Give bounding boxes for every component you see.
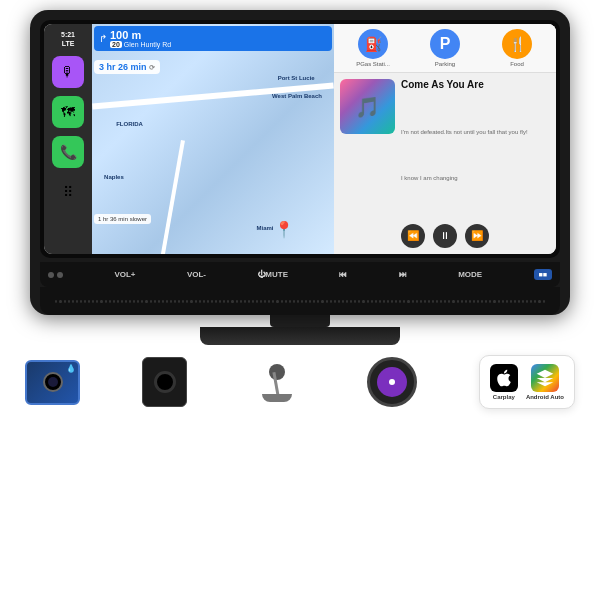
slower-text: 1 hr 36 min slower bbox=[98, 216, 147, 222]
nav-direction-arrow: ↱ bbox=[99, 33, 107, 44]
map-label-wpb: West Palm Beach bbox=[272, 93, 322, 99]
dash-cam-item bbox=[142, 357, 187, 407]
speaker-grille bbox=[40, 287, 560, 315]
android-auto-icon bbox=[531, 364, 559, 392]
music-lyrics-2: I know I am changing bbox=[401, 174, 550, 182]
power-dots bbox=[48, 272, 63, 278]
mount-suction bbox=[262, 394, 292, 402]
food-label: Food bbox=[510, 61, 524, 67]
map-label-naples: Naples bbox=[104, 174, 124, 180]
dot-1 bbox=[48, 272, 54, 278]
android-auto-logo: Android Auto bbox=[526, 364, 564, 400]
compatibility-box: Carplay Android Auto bbox=[479, 355, 575, 409]
vol-plus-button[interactable]: VOL+ bbox=[114, 270, 135, 279]
mount-head bbox=[269, 364, 285, 380]
next-track-button[interactable]: ⏭ bbox=[399, 270, 407, 279]
product-image: 5:21 LTE 🎙 🗺 📞 ⠿ ↱ bbox=[0, 0, 600, 600]
music-lyrics-1: I'm not defeated.Its not until you fall … bbox=[401, 128, 550, 136]
mount bbox=[249, 362, 304, 402]
control-bar: VOL+ VOL- ⏻MUTE ⏮ ⏭ MODE ■■ bbox=[40, 262, 560, 287]
music-info: Come As You Are I'm not defeated.Its not… bbox=[401, 79, 550, 248]
apple-carplay-icon bbox=[490, 364, 518, 392]
mode-button[interactable]: MODE bbox=[458, 270, 482, 279]
remote-button bbox=[389, 379, 395, 385]
map-label-miami: Miami bbox=[256, 225, 273, 231]
poi-bar: ⛽ PGas Stati... P Parking 🍴 Food bbox=[334, 24, 556, 73]
stand-area bbox=[200, 315, 400, 345]
phone-icon[interactable]: 📞 bbox=[52, 136, 84, 168]
mode-indicator: ■■ bbox=[534, 269, 552, 280]
carplay-logos: Carplay Android Auto bbox=[490, 364, 564, 400]
status-bar: 5:21 LTE bbox=[61, 30, 75, 48]
parking-label: Parking bbox=[435, 61, 455, 67]
street-number: 20 bbox=[110, 41, 122, 48]
fast-forward-button[interactable]: ⏩ bbox=[465, 224, 489, 248]
vol-minus-button[interactable]: VOL- bbox=[187, 270, 206, 279]
podcast-icon[interactable]: 🎙 bbox=[52, 56, 84, 88]
carplay-logo: Carplay bbox=[490, 364, 518, 400]
right-panel: ⛽ PGas Stati... P Parking 🍴 Food bbox=[334, 24, 556, 254]
parking-icon: P bbox=[430, 29, 460, 59]
waterproof-indicator: 💧 bbox=[66, 364, 76, 373]
album-art bbox=[340, 79, 395, 134]
gas-icon: ⛽ bbox=[358, 29, 388, 59]
screen: 5:21 LTE 🎙 🗺 📞 ⠿ ↱ bbox=[44, 24, 556, 254]
map-area: ↱ 100 m 20 Glen Huntly Rd bbox=[92, 24, 334, 254]
dash-cam bbox=[142, 357, 187, 407]
eta-box: 3 hr 26 min ⟳ bbox=[94, 60, 160, 74]
poi-parking[interactable]: P Parking bbox=[411, 29, 479, 67]
android-label: Android Auto bbox=[526, 394, 564, 400]
pause-button[interactable]: ⏸ bbox=[433, 224, 457, 248]
music-title: Come As You Are bbox=[401, 79, 550, 90]
left-panel: 5:21 LTE 🎙 🗺 📞 ⠿ ↱ bbox=[44, 24, 334, 254]
device-shell: 5:21 LTE 🎙 🗺 📞 ⠿ ↱ bbox=[30, 10, 570, 315]
camera-lens bbox=[43, 372, 63, 392]
grid-icon[interactable]: ⠿ bbox=[52, 176, 84, 208]
time-display: 5:21 bbox=[61, 30, 75, 39]
street-name: Glen Huntly Rd bbox=[124, 41, 171, 48]
slower-box: 1 hr 36 min slower bbox=[94, 214, 151, 224]
remote-inner bbox=[377, 367, 407, 397]
prev-track-button[interactable]: ⏮ bbox=[339, 270, 347, 279]
gas-label: PGas Stati... bbox=[356, 61, 390, 67]
stand-top bbox=[270, 315, 330, 327]
rear-camera: 💧 bbox=[25, 360, 80, 405]
rewind-button[interactable]: ⏪ bbox=[401, 224, 425, 248]
remote-item bbox=[367, 357, 417, 407]
map-label-port-st-lucie: Port St Lucie bbox=[278, 75, 315, 81]
music-controls: ⏪ ⏸ ⏩ bbox=[401, 224, 550, 248]
dash-cam-lens bbox=[154, 371, 176, 393]
map-label-florida: FLORIDA bbox=[116, 121, 143, 127]
carplay-label: Carplay bbox=[493, 394, 515, 400]
remote-control bbox=[367, 357, 417, 407]
map-background: ↱ 100 m 20 Glen Huntly Rd bbox=[92, 24, 334, 254]
maps-icon[interactable]: 🗺 bbox=[52, 96, 84, 128]
sidebar: 5:21 LTE 🎙 🗺 📞 ⠿ bbox=[44, 24, 92, 254]
rear-camera-item: 💧 bbox=[25, 360, 80, 405]
screen-bezel: 5:21 LTE 🎙 🗺 📞 ⠿ ↱ bbox=[40, 20, 560, 258]
music-area: Come As You Are I'm not defeated.Its not… bbox=[334, 73, 556, 254]
signal-display: LTE bbox=[61, 39, 75, 48]
poi-gas[interactable]: ⛽ PGas Stati... bbox=[339, 29, 407, 67]
mount-item bbox=[249, 362, 304, 402]
dot-2 bbox=[57, 272, 63, 278]
mute-button[interactable]: ⏻MUTE bbox=[257, 270, 288, 279]
eta-value: 3 hr 26 min bbox=[99, 62, 147, 72]
accessories-row: 💧 bbox=[20, 355, 580, 409]
destination-pin: 📍 bbox=[274, 220, 294, 239]
food-icon: 🍴 bbox=[502, 29, 532, 59]
nav-banner: ↱ 100 m 20 Glen Huntly Rd bbox=[94, 26, 332, 51]
poi-food[interactable]: 🍴 Food bbox=[483, 29, 551, 67]
nav-distance: 100 m bbox=[110, 29, 171, 41]
stand-base bbox=[200, 327, 400, 345]
